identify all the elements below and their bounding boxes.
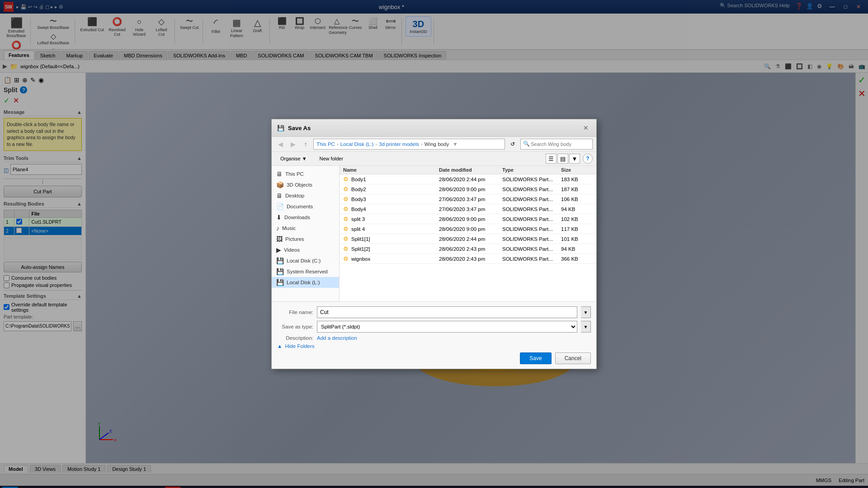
- breadcrumb-3dmodels[interactable]: 3d printer models: [379, 141, 419, 147]
- organise-btn[interactable]: Organise ▼: [275, 154, 312, 163]
- breadcrumb-thispc[interactable]: This PC: [316, 141, 335, 147]
- localc-icon: 💾: [276, 257, 284, 264]
- dialog-titlebar: 💾 Save As ✕: [272, 119, 596, 137]
- dialog-file-list: Name Date modified Type Size ⚙Body1 28/0…: [340, 166, 596, 301]
- downloads-icon: ⬇: [276, 214, 282, 221]
- filename-dropdown-btn[interactable]: ▼: [581, 306, 591, 318]
- file-row[interactable]: ⚙Body4 27/06/2020 3:47 pm SOLIDWORKS Par…: [340, 204, 596, 214]
- file-icon: ⚙: [343, 216, 349, 222]
- file-row[interactable]: ⚙wignbox 28/06/2020 2:43 pm SOLIDWORKS P…: [340, 254, 596, 264]
- view-details-btn[interactable]: ▤: [557, 154, 568, 164]
- file-icon: ⚙: [343, 245, 349, 252]
- save-dialog: 💾 Save As ✕ ◀ ▶ ↑ This PC › Local Disk (…: [271, 119, 597, 369]
- dialog-body: 🖥 This PC 📦 3D Objects 🖥 Desktop 📄 Docum…: [272, 166, 596, 301]
- dialog-footer: File name: ▼ Save as type: SplitPart (*.…: [272, 301, 596, 369]
- sidebar-item-music[interactable]: ♪ Music: [272, 223, 339, 234]
- documents-icon: 📄: [276, 203, 284, 210]
- view-toggle: ☰ ▤ ▼: [546, 154, 580, 164]
- sidebar-item-localc[interactable]: 💾 Local Disk (C:): [272, 255, 339, 266]
- organise-dropdown: ▼: [302, 156, 307, 161]
- header-type[interactable]: Type: [502, 167, 561, 173]
- search-container: 🔍: [520, 139, 593, 150]
- header-name[interactable]: Name: [343, 167, 439, 173]
- pictures-icon: 🖼: [276, 235, 283, 243]
- forward-btn[interactable]: ▶: [288, 139, 298, 149]
- savetype-dropdown-btn[interactable]: ▼: [581, 321, 591, 333]
- locall-icon: 💾: [276, 279, 284, 286]
- dialog-toolbar: Organise ▼ New folder ☰ ▤ ▼ ?: [272, 152, 596, 166]
- hide-folders-label: Hide Folders: [285, 343, 314, 349]
- file-icon: ⚙: [343, 186, 349, 192]
- description-label: Description:: [277, 335, 313, 341]
- dialog-buttons: Save Cancel: [277, 352, 591, 364]
- path-sep-1: ›: [337, 141, 339, 147]
- dialog-close-btn[interactable]: ✕: [581, 123, 591, 133]
- videos-icon: ▶: [276, 246, 281, 253]
- hide-folders-row[interactable]: ▲ Hide Folders: [277, 343, 591, 349]
- description-row: Description: Add a description: [277, 335, 591, 341]
- dialog-overlay: 💾 Save As ✕ ◀ ▶ ↑ This PC › Local Disk (…: [0, 0, 868, 488]
- cancel-dialog-btn[interactable]: Cancel: [555, 352, 591, 364]
- file-row[interactable]: ⚙Split1[1] 28/06/2020 2:44 pm SOLIDWORKS…: [340, 234, 596, 244]
- description-link[interactable]: Add a description: [317, 335, 357, 341]
- savetype-label: Save as type:: [277, 324, 313, 329]
- file-icon: ⚙: [343, 206, 349, 212]
- new-folder-btn[interactable]: New folder: [315, 154, 349, 163]
- savetype-select[interactable]: SplitPart (*.sldpt): [317, 321, 577, 333]
- sidebar-item-3dobjects[interactable]: 📦 3D Objects: [272, 179, 339, 190]
- thispc-icon: 🖥: [276, 170, 283, 178]
- path-sep-2: ›: [375, 141, 377, 147]
- view-list-btn[interactable]: ☰: [546, 154, 557, 164]
- file-icon: ⚙: [343, 255, 349, 262]
- filename-label: File name:: [277, 310, 313, 315]
- file-row[interactable]: ⚙Body1 28/06/2020 2:44 pm SOLIDWORKS Par…: [340, 174, 596, 184]
- view-dropdown-btn[interactable]: ▼: [569, 154, 580, 164]
- header-size[interactable]: Size: [561, 167, 593, 173]
- sidebar-item-locall[interactable]: 💾 Local Disk (L:): [272, 277, 339, 288]
- sidebar-item-videos[interactable]: ▶ Videos: [272, 244, 339, 255]
- file-icon: ⚙: [343, 176, 349, 183]
- file-icon: ⚙: [343, 196, 349, 202]
- sysreserved-icon: 💾: [276, 268, 284, 275]
- file-row[interactable]: ⚙Body3 27/06/2020 3:47 pm SOLIDWORKS Par…: [340, 194, 596, 204]
- search-icon-dialog: 🔍: [523, 141, 530, 147]
- savetype-row: Save as type: SplitPart (*.sldpt) ▼: [277, 321, 591, 333]
- dialog-search-input[interactable]: [520, 139, 593, 150]
- path-sep-3: ›: [421, 141, 423, 147]
- refresh-btn[interactable]: ↺: [508, 139, 518, 149]
- dialog-icon: 💾: [277, 125, 284, 131]
- breadcrumb-wingbody: Wing body: [425, 141, 449, 147]
- sidebar-item-documents[interactable]: 📄 Documents: [272, 201, 339, 212]
- breadcrumb-dropdown[interactable]: ▼: [453, 141, 458, 147]
- header-date[interactable]: Date modified: [439, 167, 502, 173]
- file-icon: ⚙: [343, 225, 349, 232]
- sidebar-item-desktop[interactable]: 🖥 Desktop: [272, 190, 339, 201]
- sidebar-item-pictures[interactable]: 🖼 Pictures: [272, 234, 339, 244]
- file-row[interactable]: ⚙split 4 28/06/2020 9:00 pm SOLIDWORKS P…: [340, 224, 596, 234]
- hide-folders-icon: ▲: [277, 343, 282, 349]
- dialog-sidebar: 🖥 This PC 📦 3D Objects 🖥 Desktop 📄 Docum…: [272, 166, 340, 301]
- file-icon: ⚙: [343, 235, 349, 242]
- music-icon: ♪: [276, 225, 279, 232]
- 3dobjects-icon: 📦: [276, 181, 284, 188]
- file-row[interactable]: ⚙Body2 28/06/2020 9:00 pm SOLIDWORKS Par…: [340, 184, 596, 194]
- help-dialog-btn[interactable]: ?: [583, 154, 593, 164]
- filename-row: File name: ▼: [277, 306, 591, 318]
- sidebar-item-downloads[interactable]: ⬇ Downloads: [272, 212, 339, 223]
- desktop-icon: 🖥: [276, 192, 283, 199]
- dialog-title: 💾 Save As: [277, 125, 311, 131]
- back-btn[interactable]: ◀: [275, 139, 285, 149]
- filename-input[interactable]: [317, 306, 577, 318]
- sidebar-item-thispc[interactable]: 🖥 This PC: [272, 169, 339, 179]
- breadcrumb-local[interactable]: Local Disk (L:): [340, 141, 374, 147]
- sidebar-item-system-reserved[interactable]: 💾 System Reserved: [272, 266, 339, 277]
- path-breadcrumb: This PC › Local Disk (L:) › 3d printer m…: [313, 139, 505, 150]
- dialog-nav: ◀ ▶ ↑ This PC › Local Disk (L:) › 3d pri…: [272, 137, 596, 152]
- file-list-header: Name Date modified Type Size: [340, 166, 596, 174]
- file-row[interactable]: ⚙split 3 28/06/2020 9:00 pm SOLIDWORKS P…: [340, 214, 596, 224]
- save-btn[interactable]: Save: [520, 352, 551, 364]
- file-row[interactable]: ⚙Split1[2] 28/06/2020 2:43 pm SOLIDWORKS…: [340, 244, 596, 254]
- up-btn[interactable]: ↑: [301, 139, 311, 149]
